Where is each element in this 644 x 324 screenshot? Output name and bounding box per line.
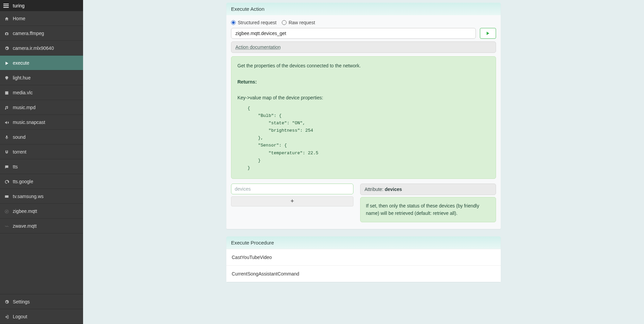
doc-returns-label: Returns: <box>237 79 257 85</box>
sidebar-item-tts[interactable]: tts <box>0 159 83 174</box>
procedure-list: CastYouTubeVideoCurrentSongAssistantComm… <box>226 249 501 282</box>
attribute-input[interactable] <box>231 184 353 194</box>
execute-action-panel: Execute Action Structured request Raw re… <box>226 3 501 229</box>
sidebar-header: turing <box>0 0 83 11</box>
doc-returns-example: { "Bulb": { "state": "ON", "brightness":… <box>248 105 490 172</box>
doc-box: Get the properties of the devices connec… <box>231 56 496 179</box>
sidebar-item-tv-samsung-ws[interactable]: tv.samsung.ws <box>0 189 83 204</box>
sidebar-item-label: Home <box>13 16 25 21</box>
sidebar-item-label: sound <box>13 134 26 140</box>
film-icon <box>4 90 9 95</box>
sidebar-footer: SettingsLogout <box>0 294 83 324</box>
main-content: Execute Action Structured request Raw re… <box>83 0 644 324</box>
volume-icon <box>4 119 9 125</box>
sidebar-item-label: music.mpd <box>13 105 36 110</box>
home-icon <box>4 15 9 21</box>
sidebar-item-Home[interactable]: Home <box>0 11 83 26</box>
sidebar-item-zigbee-mqtt[interactable]: zigbee.mqtt <box>0 204 83 219</box>
sidebar-item-execute[interactable]: execute <box>0 56 83 70</box>
hamburger-icon[interactable] <box>3 4 9 8</box>
chat-icon <box>4 164 9 169</box>
request-type-row: Structured request Raw request <box>231 20 496 25</box>
bulb-icon <box>4 75 9 80</box>
attribute-name: devices <box>385 187 402 192</box>
sidebar-items: Homecamera.ffmpegcamera.ir.mlx90640execu… <box>0 11 83 294</box>
execute-action-title: Execute Action <box>226 3 501 15</box>
doc-returns-desc: Key->value map of the device properties: <box>237 94 490 102</box>
radio-structured[interactable]: Structured request <box>231 20 276 25</box>
radio-dot-icon <box>231 20 236 25</box>
procedure-item[interactable]: CurrentSongAssistantCommand <box>226 265 501 282</box>
sidebar-item-music-mpd[interactable]: music.mpd <box>0 100 83 115</box>
sidebar-item-camera-ir-mlx90640[interactable]: camera.ir.mlx90640 <box>0 41 83 56</box>
doc-intro: Get the properties of the devices connec… <box>237 62 490 70</box>
sidebar-item-label: zwave.mqtt <box>13 223 37 229</box>
attribute-label-prefix: Attribute: <box>365 187 385 192</box>
sidebar-title: turing <box>13 3 25 8</box>
play-icon <box>487 32 489 35</box>
camera-icon <box>4 30 9 36</box>
action-input[interactable] <box>231 28 476 39</box>
sidebar-item-tts-google[interactable]: tts.google <box>0 174 83 189</box>
sidebar-item-label: torrent <box>13 149 26 155</box>
sidebar-item-label: music.snapcast <box>13 120 45 125</box>
request-type-group: Structured request Raw request <box>231 20 315 25</box>
execute-procedure-title: Execute Procedure <box>226 236 501 249</box>
action-input-row <box>231 28 496 39</box>
doc-link[interactable]: Action documentation <box>235 44 281 50</box>
radio-dot-icon <box>282 20 287 25</box>
sidebar-item-label: camera.ffmpeg <box>13 31 44 36</box>
procedure-item[interactable]: CastYouTubeVideo <box>226 249 501 265</box>
sidebar-item-label: execute <box>13 60 29 66</box>
zigbee-icon <box>4 208 9 214</box>
tv-icon <box>4 193 9 199</box>
attribute-row: + Attribute: devices If set, then only t… <box>231 184 496 222</box>
sidebar-item-torrent[interactable]: torrent <box>0 144 83 159</box>
sidebar-item-camera-ffmpeg[interactable]: camera.ffmpeg <box>0 26 83 41</box>
gear-icon <box>4 299 9 304</box>
execute-action-body: Structured request Raw request Action do… <box>226 15 501 229</box>
execute-procedure-panel: Execute Procedure CastYouTubeVideoCurren… <box>226 236 501 282</box>
sidebar-item-sound[interactable]: sound <box>0 130 83 144</box>
sidebar-item-label: Settings <box>13 299 30 304</box>
gear-icon <box>4 45 9 51</box>
sidebar-item-media-vlc[interactable]: media.vlc <box>0 85 83 100</box>
sidebar-item-label: tv.samsung.ws <box>13 194 44 199</box>
magnet-icon <box>4 149 9 154</box>
sidebar-item-label: camera.ir.mlx90640 <box>13 45 54 51</box>
attribute-add-button[interactable]: + <box>231 196 353 206</box>
sidebar-footer-item-Logout[interactable]: Logout <box>0 309 83 324</box>
sidebar-item-label: media.vlc <box>13 90 33 95</box>
wave-icon <box>4 223 9 228</box>
radio-raw-label: Raw request <box>289 20 315 25</box>
doc-summary-bar[interactable]: Action documentation <box>231 41 496 53</box>
mic-icon <box>4 134 9 139</box>
plus-icon: + <box>291 198 294 205</box>
sidebar-item-light-hue[interactable]: light.hue <box>0 70 83 85</box>
sidebar-item-label: light.hue <box>13 75 31 80</box>
music-icon <box>4 104 9 110</box>
attribute-right: Attribute: devices If set, then only the… <box>360 184 496 222</box>
sidebar-item-music-snapcast[interactable]: music.snapcast <box>0 115 83 130</box>
attribute-label: Attribute: devices <box>360 184 496 195</box>
sidebar-item-label: zigbee.mqtt <box>13 208 37 214</box>
sidebar: turing Homecamera.ffmpegcamera.ir.mlx906… <box>0 0 83 324</box>
radio-structured-label: Structured request <box>238 20 276 25</box>
attribute-left: + <box>231 184 353 206</box>
sidebar-footer-item-Settings[interactable]: Settings <box>0 294 83 309</box>
run-button[interactable] <box>480 28 496 39</box>
speech-icon <box>4 179 9 184</box>
sidebar-item-zwave-mqtt[interactable]: zwave.mqtt <box>0 219 83 233</box>
logout-icon <box>4 314 9 319</box>
radio-raw[interactable]: Raw request <box>282 20 315 25</box>
sidebar-item-label: Logout <box>13 314 27 319</box>
play-icon <box>4 60 9 65</box>
sidebar-item-label: tts <box>13 164 18 169</box>
attribute-desc: If set, then only the status of these de… <box>360 197 496 222</box>
sidebar-item-label: tts.google <box>13 179 33 184</box>
